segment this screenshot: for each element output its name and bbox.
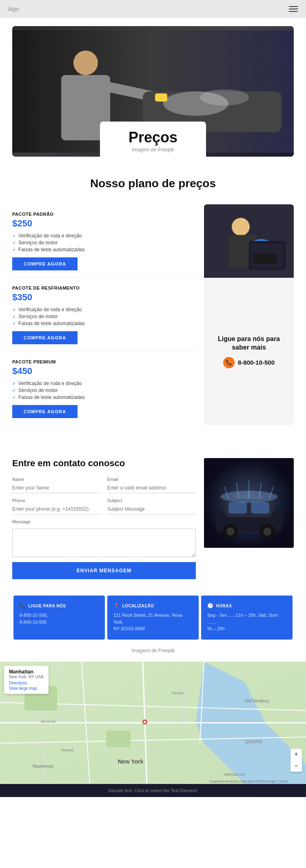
svg-text:Passaic: Passaic <box>171 691 184 695</box>
check-icon: ✓ <box>12 314 16 319</box>
feature-item: ✓ Faixas de teste automatizadas <box>12 247 196 252</box>
pricing-phone-number: 8-800-10-500 <box>238 359 275 366</box>
map-city-label: Manhattan <box>9 669 44 675</box>
map-view-large-link[interactable]: View large map <box>9 686 44 691</box>
map-state-label: New York, NY USA <box>9 675 44 679</box>
email-label: Email <box>107 477 196 482</box>
hero-subtitle: Imagem de Freepik <box>116 147 190 153</box>
info-card-location-text: 121 Rock Street, 21 Avenue, Nova York, N… <box>113 612 193 632</box>
washing-svg <box>204 458 294 548</box>
info-card-hours-text: Seg - Sex ..... 11h – 20h, Sáb, Dom ....… <box>207 612 286 632</box>
form-row-phone-subject: Phone Subject <box>12 498 196 514</box>
svg-text:Montclair: Montclair <box>41 720 56 724</box>
contact-form-area: Entre em contato conosco Name Email Phon… <box>12 458 196 579</box>
pricing-title: Nosso plano de preços <box>12 177 294 190</box>
svg-rect-16 <box>253 253 277 264</box>
buy-premium-button[interactable]: COMPRE AGORA <box>12 405 78 418</box>
info-card-location-header: 📍 LOCALIZAÇÃO <box>113 603 193 609</box>
package-premium-header: PACOTE PREMIUM $450 <box>12 359 196 376</box>
form-row-name-email: Name Email <box>12 477 196 493</box>
phone-icon: 📞 <box>20 603 26 609</box>
map-attribution: Keyboard shortcuts | Map data ©2024 Goog… <box>210 779 288 783</box>
map-directions-button[interactable]: Directions <box>9 681 44 685</box>
form-group-email: Email <box>107 477 196 493</box>
check-icon: ✓ <box>12 247 16 252</box>
contact-title: Entre em contato conosco <box>12 458 196 469</box>
pricing-sidebar: Ligue para nós para saber mais 📞 8-800-1… <box>204 204 294 425</box>
package-cooling-name: PACOTE DE RESFRIAMENTO <box>12 286 196 290</box>
svg-rect-22 <box>251 502 269 514</box>
clock-icon: 🕐 <box>207 603 214 609</box>
message-label: Message <box>12 519 196 524</box>
interior-illustration <box>204 204 294 278</box>
svg-text:Newark: Newark <box>61 748 74 752</box>
freepik-note: Imagens de Freepik <box>0 644 306 658</box>
header: logo <box>0 0 306 18</box>
package-standard-price: $250 <box>12 218 196 229</box>
pricing-contact-text: Ligue para nós para saber mais <box>210 335 288 352</box>
name-input[interactable] <box>12 483 101 493</box>
feature-item: ✓ Verificação de roda e direção <box>12 233 196 239</box>
svg-rect-43 <box>106 731 131 747</box>
check-icon: ✓ <box>12 388 16 393</box>
info-cards-row: 📞 LIGUE PARA NÓS 8-800-10-500, 8-800-10-… <box>12 596 294 640</box>
package-cooling-header: PACOTE DE RESFRIAMENTO $350 <box>12 286 196 303</box>
svg-text:New York: New York <box>118 758 144 765</box>
footer: Sample text. Click to select the Text El… <box>0 784 306 797</box>
feature-item: ✓ Faixas de teste automatizadas <box>12 321 196 326</box>
svg-point-32 <box>263 527 271 536</box>
form-group-subject: Subject <box>107 498 196 514</box>
message-textarea[interactable] <box>12 529 196 557</box>
svg-point-2 <box>73 51 98 75</box>
hero-title-box: Preços Imagem de Freepik <box>100 122 206 157</box>
feature-item: ✓ Serviços de motor <box>12 314 196 319</box>
phone-input[interactable] <box>12 504 101 514</box>
check-icon: ✓ <box>12 395 16 400</box>
check-icon: ✓ <box>12 233 16 239</box>
svg-text:BROOKLYN: BROOKLYN <box>224 773 244 777</box>
svg-rect-21 <box>228 502 247 514</box>
feature-item: ✓ Verificação de roda e direção <box>12 381 196 386</box>
svg-point-30 <box>226 527 235 536</box>
package-standard-header: PACOTE PADRÃO $250 <box>12 212 196 229</box>
phone-icon: 📞 <box>223 357 235 368</box>
pricing-contact-box: Ligue para nós para saber mais 📞 8-800-1… <box>204 278 294 425</box>
package-standard-name: PACOTE PADRÃO <box>12 212 196 217</box>
check-icon: ✓ <box>12 321 16 326</box>
svg-text:Old Westbury: Old Westbury <box>245 699 269 703</box>
hero-section: Preços Imagem de Freepik <box>12 26 294 157</box>
map-zoom-in-button[interactable]: + <box>290 749 302 760</box>
hero-background: Preços Imagem de Freepik <box>12 26 294 157</box>
feature-item: ✓ Verificação de roda e direção <box>12 307 196 312</box>
map-zoom-out-button[interactable]: − <box>290 760 302 772</box>
package-premium-info: PACOTE PREMIUM $450 <box>12 359 196 376</box>
package-cooling-info: PACOTE DE RESFRIAMENTO $350 <box>12 286 196 303</box>
package-standard-features: ✓ Verificação de roda e direção ✓ Serviç… <box>12 233 196 252</box>
package-cooling-features: ✓ Verificação de roda e direção ✓ Serviç… <box>12 307 196 326</box>
phone-label: Phone <box>12 498 101 503</box>
pricing-car-interior-image <box>204 204 294 278</box>
contact-car-image <box>204 458 294 548</box>
package-cooling-price: $350 <box>12 292 196 303</box>
send-message-button[interactable]: ENVIAR MENSAGEM <box>12 562 196 579</box>
contact-image-area <box>204 458 294 579</box>
svg-text:Maplewood: Maplewood <box>33 764 53 768</box>
package-premium: PACOTE PREMIUM $450 ✓ Verificação de rod… <box>12 352 196 425</box>
buy-standard-button[interactable]: COMPRE AGORA <box>12 257 78 270</box>
feature-item: ✓ Serviços de motor <box>12 388 196 393</box>
form-group-name: Name <box>12 477 101 493</box>
footer-text: Sample text. Click to select the Text El… <box>108 788 198 793</box>
info-card-phone-text: 8-800-10-500, 8-800-10-500 <box>20 612 99 625</box>
location-icon: 📍 <box>113 603 120 609</box>
email-input[interactable] <box>107 483 196 493</box>
menu-button[interactable] <box>289 6 298 12</box>
name-label: Name <box>12 477 101 482</box>
feature-item: ✓ Serviços de motor <box>12 240 196 246</box>
subject-input[interactable] <box>107 504 196 514</box>
map-container[interactable]: New York Maplewood Old Westbury Montclai… <box>0 662 306 784</box>
buy-cooling-button[interactable]: COMPRE AGORA <box>12 331 78 344</box>
svg-text:QUEENS: QUEENS <box>245 740 262 744</box>
check-icon: ✓ <box>12 240 16 246</box>
info-card-location: 📍 LOCALIZAÇÃO 121 Rock Street, 21 Avenue… <box>107 596 199 640</box>
pricing-packages: PACOTE PADRÃO $250 ✓ Verificação de roda… <box>12 204 196 425</box>
